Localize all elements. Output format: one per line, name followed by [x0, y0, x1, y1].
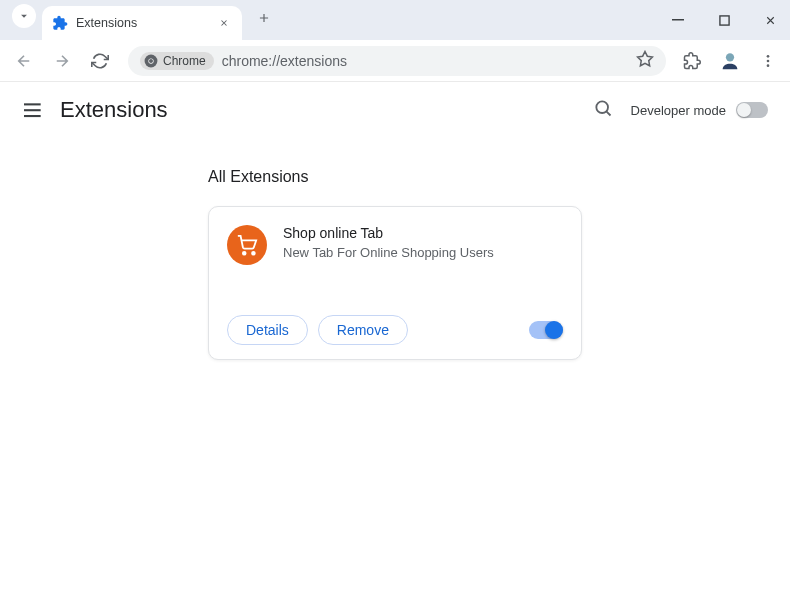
chrome-menu-button[interactable] — [756, 49, 780, 73]
extension-puzzle-icon — [52, 15, 68, 31]
window-controls — [664, 0, 784, 40]
bookmark-star-icon[interactable] — [636, 50, 654, 72]
extension-name: Shop online Tab — [283, 225, 563, 241]
extension-description: New Tab For Online Shopping Users — [283, 245, 563, 260]
back-button[interactable] — [10, 47, 38, 75]
section-title: All Extensions — [208, 168, 790, 186]
svg-point-9 — [149, 58, 153, 62]
extensions-page-header: Extensions Developer mode — [0, 82, 790, 138]
svg-point-19 — [243, 252, 246, 255]
new-tab-button[interactable] — [250, 4, 278, 32]
extension-enable-toggle[interactable] — [529, 321, 563, 339]
search-button[interactable] — [593, 98, 613, 122]
tab-close-button[interactable] — [216, 15, 232, 31]
details-button[interactable]: Details — [227, 315, 308, 345]
svg-marker-10 — [638, 51, 653, 65]
svg-point-13 — [767, 59, 770, 62]
extension-cart-icon — [227, 225, 267, 265]
address-bar[interactable]: Chrome chrome://extensions — [128, 46, 666, 76]
page-title: Extensions — [60, 97, 168, 123]
svg-rect-5 — [672, 19, 684, 21]
browser-toolbar: Chrome chrome://extensions — [0, 40, 790, 82]
tab-title: Extensions — [76, 16, 208, 30]
svg-rect-16 — [24, 109, 41, 111]
svg-point-14 — [767, 64, 770, 67]
extensions-button[interactable] — [680, 49, 704, 73]
tab-search-button[interactable] — [12, 4, 36, 28]
extension-card: Shop online Tab New Tab For Online Shopp… — [208, 206, 582, 360]
svg-rect-15 — [24, 103, 41, 105]
svg-point-11 — [726, 53, 734, 61]
hamburger-menu-button[interactable] — [22, 98, 46, 122]
browser-titlebar: Extensions — [0, 0, 790, 40]
svg-rect-17 — [24, 115, 41, 117]
svg-point-20 — [252, 252, 255, 255]
address-url: chrome://extensions — [222, 53, 628, 69]
browser-tab[interactable]: Extensions — [42, 6, 242, 40]
developer-mode-toggle[interactable] — [736, 102, 768, 118]
svg-point-12 — [767, 55, 770, 58]
maximize-button[interactable] — [710, 6, 738, 34]
profile-avatar-button[interactable] — [718, 49, 742, 73]
close-window-button[interactable] — [756, 6, 784, 34]
developer-mode-label: Developer mode — [631, 103, 726, 118]
extensions-page: Extensions Developer mode All Extensions… — [0, 82, 790, 616]
chrome-site-badge: Chrome — [140, 52, 214, 70]
svg-point-18 — [596, 101, 608, 113]
developer-mode-control: Developer mode — [631, 102, 768, 118]
reload-button[interactable] — [86, 47, 114, 75]
remove-button[interactable]: Remove — [318, 315, 408, 345]
extensions-content: All Extensions Shop online Tab New Tab F… — [0, 138, 790, 360]
chrome-badge-label: Chrome — [163, 54, 206, 68]
svg-rect-6 — [719, 15, 728, 24]
minimize-button[interactable] — [664, 6, 692, 34]
forward-button[interactable] — [48, 47, 76, 75]
